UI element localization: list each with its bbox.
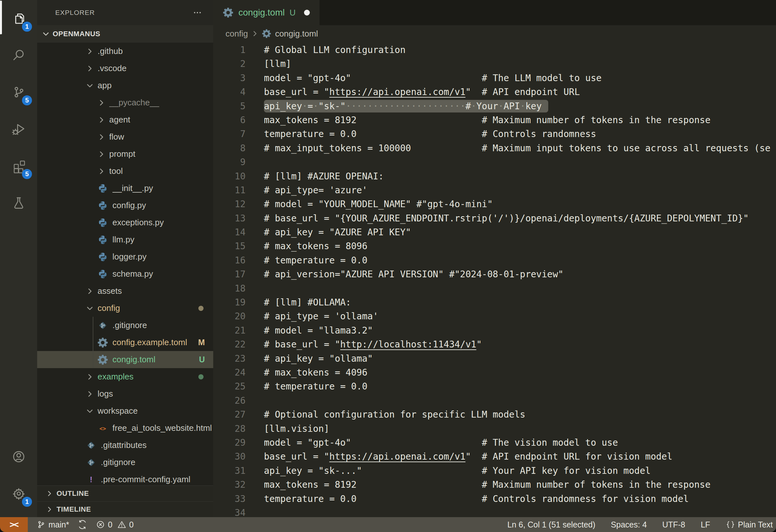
line-content[interactable]: # base_url = "{YOUR_AZURE_ENDPOINT.rstri…: [264, 211, 749, 225]
tree-item-llm.py[interactable]: llm.py: [37, 231, 213, 248]
line-number[interactable]: 24: [213, 366, 245, 379]
line-content[interactable]: # api_key = "ollama": [264, 352, 373, 366]
url-link[interactable]: https://api.openai.com/v1: [329, 451, 465, 462]
line-number[interactable]: 28: [213, 422, 245, 436]
tree-item-examples[interactable]: examples: [37, 368, 213, 385]
breadcrumb-folder[interactable]: config: [225, 29, 248, 39]
tree-item-tool[interactable]: tool: [37, 163, 213, 180]
line-content[interactable]: # api_version="AZURE API VERSION" #"2024…: [264, 267, 563, 281]
line-number[interactable]: 9: [213, 155, 245, 169]
line-number[interactable]: 1: [213, 43, 245, 57]
tree-item-.pre-commit-config.yaml[interactable]: !.pre-commit-config.yaml: [37, 471, 213, 486]
line-number[interactable]: 19: [213, 296, 245, 309]
line-content[interactable]: # max_tokens = 8096: [264, 239, 367, 253]
line-content[interactable]: model = "gpt-4o" # The LLM model to use: [264, 71, 602, 85]
outline-section[interactable]: OUTLINE: [37, 486, 213, 501]
activity-item-extensions[interactable]: 5: [0, 147, 37, 184]
line-content[interactable]: max_tokens = 8192 # Maximum number of to…: [264, 113, 711, 127]
tree-item-app[interactable]: app: [37, 77, 213, 94]
line-number[interactable]: 7: [213, 127, 245, 141]
line-number[interactable]: 5: [213, 99, 245, 113]
line-number[interactable]: 33: [213, 492, 245, 506]
line-content[interactable]: # Global LLM configuration: [264, 43, 405, 57]
tree-item-schema.py[interactable]: schema.py: [37, 265, 213, 283]
line-number[interactable]: 10: [213, 169, 245, 183]
git-branch-status[interactable]: main*: [36, 520, 69, 529]
line-content[interactable]: # max_tokens = 4096: [264, 366, 367, 379]
line-number[interactable]: 26: [213, 394, 245, 407]
line-content[interactable]: # model = "YOUR_MODEL_NAME" #"gpt-4o-min…: [264, 197, 493, 211]
line-number[interactable]: 15: [213, 239, 245, 253]
line-content[interactable]: # temperature = 0.0: [264, 379, 367, 393]
activity-item-search[interactable]: [0, 37, 37, 74]
line-number[interactable]: 30: [213, 450, 245, 464]
tree-item-config.py[interactable]: config.py: [37, 197, 213, 214]
line-number[interactable]: 31: [213, 464, 245, 478]
line-number[interactable]: 8: [213, 141, 245, 155]
line-content[interactable]: # Optional configuration for specific LL…: [264, 407, 525, 421]
tree-item-exceptions.py[interactable]: exceptions.py: [37, 214, 213, 231]
project-section-header[interactable]: OPENMANUS: [37, 25, 213, 43]
line-content[interactable]: # temperature = 0.0: [264, 253, 367, 267]
line-number[interactable]: 13: [213, 211, 245, 225]
tree-item-config.example.toml[interactable]: config.example.tomlM: [37, 334, 213, 351]
line-content[interactable]: api_key = "sk-..." # Your API key for vi…: [264, 464, 651, 478]
line-content[interactable]: # api_type = 'ollama': [264, 309, 378, 323]
timeline-section[interactable]: TIMELINE: [37, 501, 213, 517]
line-content[interactable]: # api_key = "AZURE API KEY": [264, 225, 411, 239]
tree-item-.gitignore[interactable]: .gitignore: [37, 454, 213, 471]
cursor-position[interactable]: Ln 6, Col 1 (51 selected): [507, 520, 595, 529]
language-mode[interactable]: Plain Text: [726, 520, 773, 529]
line-content[interactable]: max_tokens = 8192 # Maximum number of to…: [264, 478, 711, 492]
line-content[interactable]: # [llm] #AZURE OPENAI:: [264, 169, 384, 183]
line-number[interactable]: 3: [213, 71, 245, 85]
remote-indicator[interactable]: ><: [0, 517, 28, 532]
line-content[interactable]: api_key·=·"sk-"······················#·Y…: [264, 99, 548, 113]
tree-item-logger.py[interactable]: logger.py: [37, 248, 213, 265]
tab-congig-toml[interactable]: congig.toml U: [213, 0, 320, 25]
line-content[interactable]: # [llm] #OLLAMA:: [264, 296, 351, 309]
line-number[interactable]: 14: [213, 225, 245, 239]
encoding-setting[interactable]: UTF-8: [662, 520, 685, 529]
line-content[interactable]: model = "gpt-4o" # The vision model to u…: [264, 436, 618, 450]
line-number[interactable]: 16: [213, 253, 245, 267]
line-number[interactable]: 4: [213, 85, 245, 99]
line-content[interactable]: base_url = "https://api.openai.com/v1" #…: [264, 450, 672, 464]
tree-item-__pycache__[interactable]: __pycache__: [37, 94, 213, 111]
line-number[interactable]: 2: [213, 57, 245, 71]
line-number[interactable]: 18: [213, 282, 245, 296]
tree-item-free_ai_tools_website.html[interactable]: <>free_ai_tools_website.html: [37, 419, 213, 436]
tree-item-__init__.py[interactable]: __init__.py: [37, 180, 213, 197]
tree-item-prompt[interactable]: prompt: [37, 146, 213, 163]
line-content[interactable]: temperature = 0.0 # Controls randomness …: [264, 492, 689, 506]
line-content[interactable]: # api_type= 'azure': [264, 183, 367, 197]
activity-item-run-debug[interactable]: [0, 111, 37, 147]
code-editor[interactable]: 1# Global LLM configuration2[llm]3model …: [213, 42, 776, 517]
line-number[interactable]: 11: [213, 183, 245, 197]
line-content[interactable]: # base_url = "http://localhost:11434/v1": [264, 337, 482, 351]
line-content[interactable]: [llm]: [264, 57, 291, 71]
tree-item-.github[interactable]: .github: [37, 43, 213, 60]
line-content[interactable]: temperature = 0.0 # Controls randomness: [264, 127, 596, 141]
activity-item-explorer[interactable]: 1: [0, 0, 37, 37]
line-content[interactable]: base_url = "https://api.openai.com/v1" #…: [264, 85, 580, 99]
line-number[interactable]: 6: [213, 113, 245, 127]
sync-button[interactable]: [77, 520, 87, 529]
line-number[interactable]: 25: [213, 379, 245, 393]
line-number[interactable]: 27: [213, 407, 245, 421]
line-content[interactable]: [llm.vision]: [264, 422, 329, 436]
line-number[interactable]: 23: [213, 352, 245, 366]
tree-item-.gitignore[interactable]: .gitignore: [37, 317, 213, 334]
line-number[interactable]: 12: [213, 197, 245, 211]
problems-status[interactable]: 0 0: [95, 520, 134, 529]
tree-item-logs[interactable]: logs: [37, 385, 213, 402]
line-number[interactable]: 20: [213, 309, 245, 323]
line-number[interactable]: 32: [213, 478, 245, 492]
line-number[interactable]: 34: [213, 506, 245, 517]
activity-item-account[interactable]: [0, 438, 37, 475]
activity-item-source-control[interactable]: 5: [0, 74, 37, 111]
url-link[interactable]: https://api.openai.com/v1: [329, 86, 465, 97]
more-actions-icon[interactable]: [192, 7, 203, 18]
tree-item-assets[interactable]: assets: [37, 283, 213, 300]
activity-item-testing[interactable]: [0, 184, 37, 221]
